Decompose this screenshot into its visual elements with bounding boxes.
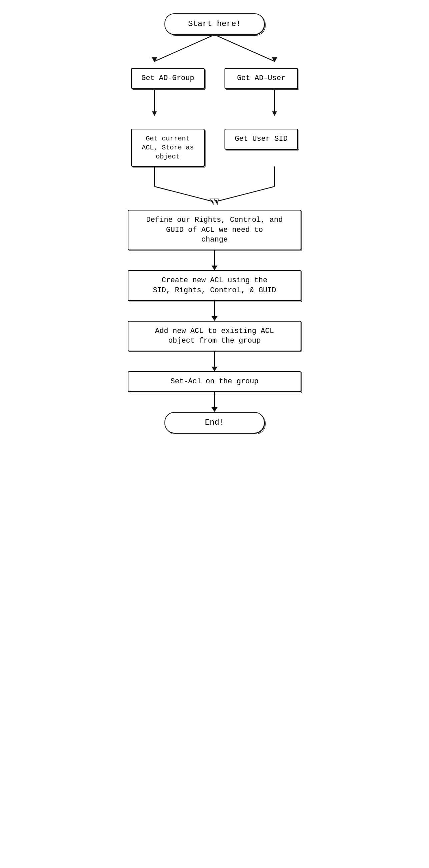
arrow-line-2 bbox=[214, 301, 215, 316]
get-user-sid-label: Get User SID bbox=[235, 135, 287, 143]
create-acl-label: Create new ACL using theSID, Rights, Con… bbox=[153, 276, 276, 294]
svg-marker-1 bbox=[152, 57, 157, 62]
get-ad-user-label: Get AD-User bbox=[237, 74, 285, 83]
get-ad-group-node: Get AD-Group bbox=[131, 68, 205, 89]
left-branch: Get AD-Group bbox=[131, 68, 205, 89]
arrow-head-2 bbox=[212, 316, 217, 321]
svg-marker-6 bbox=[152, 112, 157, 116]
set-acl-node: Set-Acl on the group bbox=[128, 371, 301, 392]
left-branch-2: Get currentACL, Store asobject bbox=[131, 129, 205, 166]
get-current-acl-label: Get currentACL, Store asobject bbox=[142, 135, 194, 160]
get-ad-group-label: Get AD-Group bbox=[142, 74, 194, 83]
right-branch-2: Get User SID bbox=[224, 129, 298, 166]
arrow-line-1 bbox=[214, 250, 215, 266]
start-node: Start here! bbox=[164, 13, 265, 35]
svg-line-0 bbox=[154, 35, 214, 61]
arrow-1 bbox=[212, 250, 217, 270]
flowchart: Start here! Get AD-Group Get AD-User bbox=[81, 7, 348, 433]
svg-marker-7 bbox=[272, 112, 277, 116]
right-branch: Get AD-User bbox=[224, 68, 298, 89]
start-label: Start here! bbox=[188, 19, 241, 28]
set-acl-label: Set-Acl on the group bbox=[171, 377, 258, 385]
end-label: End! bbox=[205, 418, 224, 427]
svg-line-2 bbox=[214, 35, 275, 61]
arrow-line-3 bbox=[214, 351, 215, 367]
define-rights-label: Define our Rights, Control, andGUID of A… bbox=[146, 216, 282, 244]
create-acl-node: Create new ACL using theSID, Rights, Con… bbox=[128, 270, 301, 301]
add-acl-node: Add new ACL to existing ACLobject from t… bbox=[128, 321, 301, 351]
svg-line-11 bbox=[216, 186, 275, 202]
svg-line-9 bbox=[154, 186, 213, 202]
svg-marker-3 bbox=[272, 57, 277, 62]
get-ad-user-node: Get AD-User bbox=[224, 68, 298, 89]
converge-arrows bbox=[115, 166, 314, 210]
define-rights-node: Define our Rights, Control, andGUID of A… bbox=[128, 210, 301, 250]
get-user-sid-node: Get User SID bbox=[224, 129, 298, 150]
arrow-4 bbox=[212, 392, 217, 412]
branch-row-2: Get currentACL, Store asobject Get User … bbox=[81, 129, 348, 166]
add-acl-label: Add new ACL to existing ACLobject from t… bbox=[155, 327, 274, 345]
branch-row-1: Get AD-Group Get AD-User bbox=[81, 68, 348, 89]
arrow-head-1 bbox=[212, 266, 217, 270]
split-arrow-top bbox=[115, 35, 314, 68]
arrow-3 bbox=[212, 351, 217, 371]
arrow-head-4 bbox=[212, 407, 217, 412]
arrow-line-4 bbox=[214, 392, 215, 407]
arrow-head-3 bbox=[212, 367, 217, 371]
arrow-2 bbox=[212, 301, 217, 321]
get-current-acl-node: Get currentACL, Store asobject bbox=[131, 129, 205, 166]
branch-arrows bbox=[115, 89, 314, 129]
end-node: End! bbox=[164, 412, 265, 433]
